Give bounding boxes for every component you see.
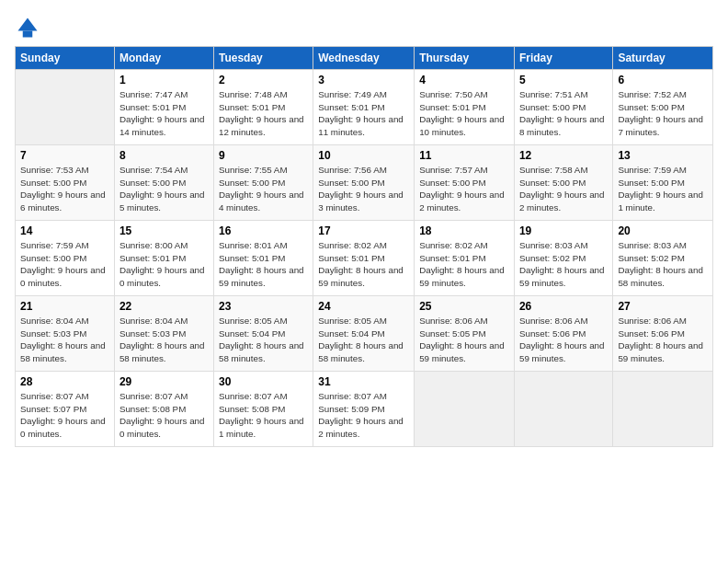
col-header-sunday: Sunday [16, 47, 115, 70]
day-cell: 27 Sunrise: 8:06 AMSunset: 5:06 PMDaylig… [613, 296, 713, 372]
col-header-wednesday: Wednesday [313, 47, 415, 70]
day-number: 23 [219, 300, 308, 313]
day-info: Sunrise: 8:05 AMSunset: 5:04 PMDaylight:… [219, 316, 304, 363]
day-cell: 1 Sunrise: 7:47 AMSunset: 5:01 PMDayligh… [114, 70, 213, 145]
day-cell: 21 Sunrise: 8:04 AMSunset: 5:03 PMDaylig… [16, 296, 115, 372]
day-number: 21 [20, 300, 109, 313]
day-number: 31 [318, 375, 409, 388]
day-number: 17 [318, 224, 409, 237]
day-cell: 18 Sunrise: 8:02 AMSunset: 5:01 PMDaylig… [415, 221, 515, 296]
day-number: 30 [219, 375, 308, 388]
day-number: 11 [419, 149, 509, 162]
day-cell: 19 Sunrise: 8:03 AMSunset: 5:02 PMDaylig… [514, 221, 612, 296]
week-row-3: 14 Sunrise: 7:59 AMSunset: 5:00 PMDaylig… [16, 221, 713, 296]
day-cell: 25 Sunrise: 8:06 AMSunset: 5:05 PMDaylig… [415, 296, 515, 372]
col-header-friday: Friday [514, 47, 612, 70]
day-number: 5 [519, 74, 608, 86]
logo-icon [15, 15, 40, 40]
day-cell: 4 Sunrise: 7:50 AMSunset: 5:01 PMDayligh… [415, 70, 515, 145]
day-cell [514, 372, 612, 447]
day-info: Sunrise: 7:57 AMSunset: 5:00 PMDaylight:… [419, 165, 505, 213]
day-info: Sunrise: 8:02 AMSunset: 5:01 PMDaylight:… [318, 240, 404, 288]
day-number: 14 [20, 224, 109, 237]
day-info: Sunrise: 8:04 AMSunset: 5:03 PMDaylight:… [20, 316, 106, 363]
header-row [15, 15, 713, 40]
day-cell: 23 Sunrise: 8:05 AMSunset: 5:04 PMDaylig… [213, 296, 313, 372]
day-cell: 22 Sunrise: 8:04 AMSunset: 5:03 PMDaylig… [114, 296, 213, 372]
day-info: Sunrise: 7:51 AMSunset: 5:00 PMDaylight:… [519, 89, 605, 137]
day-number: 13 [618, 149, 708, 162]
day-info: Sunrise: 7:49 AMSunset: 5:01 PMDaylight:… [318, 89, 404, 137]
day-cell: 28 Sunrise: 8:07 AMSunset: 5:07 PMDaylig… [16, 372, 115, 447]
day-cell: 26 Sunrise: 8:06 AMSunset: 5:06 PMDaylig… [514, 296, 612, 372]
day-number: 26 [519, 300, 608, 313]
day-info: Sunrise: 8:06 AMSunset: 5:06 PMDaylight:… [519, 316, 605, 363]
day-cell: 24 Sunrise: 8:05 AMSunset: 5:04 PMDaylig… [313, 296, 415, 372]
day-info: Sunrise: 7:53 AMSunset: 5:00 PMDaylight:… [20, 165, 106, 213]
day-number: 25 [419, 300, 509, 313]
day-number: 6 [618, 74, 708, 86]
day-info: Sunrise: 7:56 AMSunset: 5:00 PMDaylight:… [318, 165, 404, 213]
day-number: 12 [519, 149, 608, 162]
day-cell [613, 372, 713, 447]
day-cell: 3 Sunrise: 7:49 AMSunset: 5:01 PMDayligh… [313, 70, 415, 145]
day-number: 22 [119, 300, 209, 313]
day-info: Sunrise: 8:03 AMSunset: 5:02 PMDaylight:… [618, 240, 703, 288]
day-info: Sunrise: 8:05 AMSunset: 5:04 PMDaylight:… [318, 316, 404, 363]
logo [15, 15, 44, 40]
day-info: Sunrise: 7:58 AMSunset: 5:00 PMDaylight:… [519, 165, 605, 213]
day-number: 10 [318, 149, 409, 162]
day-info: Sunrise: 7:48 AMSunset: 5:01 PMDaylight:… [219, 89, 304, 137]
day-cell: 10 Sunrise: 7:56 AMSunset: 5:00 PMDaylig… [313, 145, 415, 221]
week-row-1: 1 Sunrise: 7:47 AMSunset: 5:01 PMDayligh… [16, 70, 713, 145]
day-info: Sunrise: 8:07 AMSunset: 5:08 PMDaylight:… [119, 391, 205, 439]
day-number: 24 [318, 300, 409, 313]
day-cell: 14 Sunrise: 7:59 AMSunset: 5:00 PMDaylig… [16, 221, 115, 296]
day-info: Sunrise: 8:06 AMSunset: 5:05 PMDaylight:… [419, 316, 505, 363]
day-info: Sunrise: 8:01 AMSunset: 5:01 PMDaylight:… [219, 240, 304, 288]
day-cell [16, 70, 115, 145]
day-number: 29 [119, 375, 209, 388]
day-cell: 15 Sunrise: 8:00 AMSunset: 5:01 PMDaylig… [114, 221, 213, 296]
week-row-2: 7 Sunrise: 7:53 AMSunset: 5:00 PMDayligh… [16, 145, 713, 221]
day-number: 1 [119, 74, 209, 86]
day-cell: 29 Sunrise: 8:07 AMSunset: 5:08 PMDaylig… [114, 372, 213, 447]
day-cell: 13 Sunrise: 7:59 AMSunset: 5:00 PMDaylig… [613, 145, 713, 221]
day-number: 4 [419, 74, 509, 86]
day-number: 18 [419, 224, 509, 237]
day-info: Sunrise: 8:07 AMSunset: 5:07 PMDaylight:… [20, 391, 106, 439]
day-cell: 7 Sunrise: 7:53 AMSunset: 5:00 PMDayligh… [16, 145, 115, 221]
col-header-saturday: Saturday [613, 47, 713, 70]
day-info: Sunrise: 7:54 AMSunset: 5:00 PMDaylight:… [119, 165, 205, 213]
day-number: 28 [20, 375, 109, 388]
svg-rect-1 [23, 31, 33, 38]
header-row-days: SundayMondayTuesdayWednesdayThursdayFrid… [16, 47, 713, 70]
day-cell: 20 Sunrise: 8:03 AMSunset: 5:02 PMDaylig… [613, 221, 713, 296]
day-cell: 5 Sunrise: 7:51 AMSunset: 5:00 PMDayligh… [514, 70, 612, 145]
day-cell: 16 Sunrise: 8:01 AMSunset: 5:01 PMDaylig… [213, 221, 313, 296]
day-info: Sunrise: 7:59 AMSunset: 5:00 PMDaylight:… [20, 240, 106, 288]
day-cell: 30 Sunrise: 8:07 AMSunset: 5:08 PMDaylig… [213, 372, 313, 447]
day-info: Sunrise: 8:07 AMSunset: 5:08 PMDaylight:… [219, 391, 304, 439]
day-number: 15 [119, 224, 209, 237]
col-header-tuesday: Tuesday [213, 47, 313, 70]
week-row-4: 21 Sunrise: 8:04 AMSunset: 5:03 PMDaylig… [16, 296, 713, 372]
day-info: Sunrise: 8:04 AMSunset: 5:03 PMDaylight:… [119, 316, 205, 363]
day-number: 8 [119, 149, 209, 162]
day-number: 3 [318, 74, 409, 86]
calendar-container: SundayMondayTuesdayWednesdayThursdayFrid… [0, 0, 728, 456]
day-cell: 11 Sunrise: 7:57 AMSunset: 5:00 PMDaylig… [415, 145, 515, 221]
day-number: 7 [20, 149, 109, 162]
day-number: 16 [219, 224, 308, 237]
day-number: 19 [519, 224, 608, 237]
day-cell: 2 Sunrise: 7:48 AMSunset: 5:01 PMDayligh… [213, 70, 313, 145]
day-info: Sunrise: 7:47 AMSunset: 5:01 PMDaylight:… [119, 89, 205, 137]
day-cell: 9 Sunrise: 7:55 AMSunset: 5:00 PMDayligh… [213, 145, 313, 221]
day-info: Sunrise: 8:03 AMSunset: 5:02 PMDaylight:… [519, 240, 605, 288]
day-number: 27 [618, 300, 708, 313]
day-cell: 8 Sunrise: 7:54 AMSunset: 5:00 PMDayligh… [114, 145, 213, 221]
day-cell: 31 Sunrise: 8:07 AMSunset: 5:09 PMDaylig… [313, 372, 415, 447]
day-info: Sunrise: 7:50 AMSunset: 5:01 PMDaylight:… [419, 89, 505, 137]
day-info: Sunrise: 8:02 AMSunset: 5:01 PMDaylight:… [419, 240, 505, 288]
day-number: 20 [618, 224, 708, 237]
